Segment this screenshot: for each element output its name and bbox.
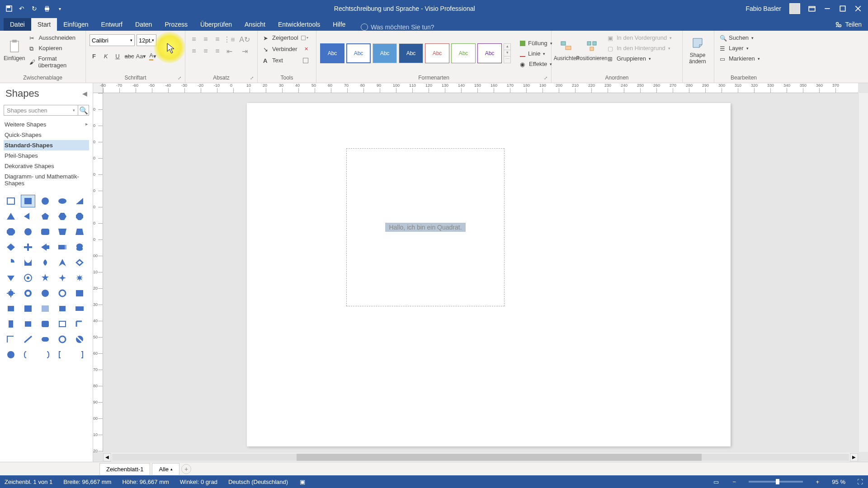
shape-palette-item[interactable] <box>4 195 18 207</box>
shape-palette-item[interactable] <box>21 333 35 346</box>
shape-palette-item[interactable] <box>72 210 87 223</box>
style-item-5[interactable]: Abc <box>451 43 476 63</box>
align-bottom-button[interactable]: ≡ <box>212 34 222 44</box>
shape-palette-item[interactable] <box>38 225 52 238</box>
shape-cat-more[interactable]: Weitere Shapes <box>4 119 89 130</box>
scroll-right-icon[interactable]: ▶ <box>850 453 858 461</box>
align-top-button[interactable]: ≡ <box>189 34 199 44</box>
gallery-up-icon[interactable]: ▴ <box>504 44 510 50</box>
shape-palette-item[interactable] <box>55 333 70 346</box>
shape-palette-item[interactable] <box>55 302 70 315</box>
underline-button[interactable]: U <box>113 52 122 61</box>
align-middle-button[interactable]: ≡ <box>201 34 211 44</box>
macro-record-icon[interactable]: ▣ <box>299 478 306 485</box>
tab-insert[interactable]: Einfügen <box>57 18 94 31</box>
shape-palette-item[interactable] <box>4 302 18 315</box>
shape-palette-item[interactable] <box>21 272 35 284</box>
shape-cat-quick[interactable]: Quick-Shapes <box>4 130 89 140</box>
shape-palette-item[interactable] <box>38 348 52 361</box>
font-name-select[interactable]: Calibri▾ <box>90 34 135 46</box>
shape-palette-item[interactable] <box>38 302 52 315</box>
ribbon-mode-icon[interactable] <box>808 5 816 12</box>
shape-palette-item[interactable] <box>21 195 35 207</box>
shape-cat-diagram[interactable]: Diagramm- und Mathematik-Shapes <box>4 171 89 188</box>
shape-palette-item[interactable] <box>21 318 35 330</box>
shape-palette-item[interactable] <box>55 318 70 330</box>
shape-text[interactable]: Hallo, ich bin ein Quadrat. <box>385 223 465 232</box>
canvas-square-shape[interactable]: Hallo, ich bin ein Quadrat. <box>346 148 505 306</box>
shape-palette-item[interactable] <box>21 256 35 269</box>
minimize-icon[interactable] <box>824 5 831 12</box>
format-painter-button[interactable]: 🖌Format übertragen <box>28 54 82 70</box>
shape-palette-item[interactable] <box>38 210 52 223</box>
close-icon[interactable] <box>854 5 862 12</box>
user-name[interactable]: Fabio Basler <box>745 5 781 12</box>
indent-decrease-button[interactable]: ⇤ <box>224 46 234 56</box>
shape-palette-item[interactable] <box>21 241 35 253</box>
horizontal-scrollbar[interactable]: ◀ ▶ <box>103 453 858 462</box>
connector-tool-button[interactable]: ↘Verbinder✕ <box>261 45 310 53</box>
save-icon[interactable] <box>5 5 13 12</box>
style-item-2[interactable]: Abc <box>373 43 397 63</box>
drawing-page[interactable]: Hallo, ich bin ein Quadrat. <box>247 103 731 446</box>
shapes-search-button[interactable]: 🔍 <box>78 105 89 116</box>
zoom-level[interactable]: 95 % <box>832 479 845 485</box>
case-button[interactable]: Aa▾ <box>137 52 146 61</box>
ruler-horizontal[interactable]: -80-70-60-50-40-30-20-100102030405060708… <box>103 83 858 93</box>
shape-palette-item[interactable] <box>38 256 52 269</box>
shape-palette-item[interactable] <box>72 225 87 238</box>
paste-button[interactable]: Einfügen <box>4 33 25 68</box>
shape-palette-item[interactable] <box>4 333 18 346</box>
tab-view[interactable]: Ansicht <box>238 18 272 31</box>
shape-palette-item[interactable] <box>72 333 87 346</box>
shape-palette-item[interactable] <box>72 318 87 330</box>
indent-increase-button[interactable]: ⇥ <box>240 46 250 56</box>
shape-palette-item[interactable] <box>72 241 87 253</box>
shape-palette-item[interactable] <box>55 195 70 207</box>
shrink-font-button[interactable]: A▾ <box>169 36 178 45</box>
shape-palette-item[interactable] <box>21 210 35 223</box>
zoom-out-icon[interactable]: − <box>731 478 738 485</box>
tab-data[interactable]: Daten <box>129 18 158 31</box>
align-button[interactable]: Ausrichten <box>555 33 578 68</box>
font-color-button[interactable]: A▾ <box>148 52 157 61</box>
zoom-in-icon[interactable]: + <box>814 478 821 485</box>
status-language[interactable]: Deutsch (Deutschland) <box>228 479 288 485</box>
style-item-0[interactable]: Abc <box>320 43 344 63</box>
italic-button[interactable]: K <box>101 52 110 61</box>
qat-more-icon[interactable]: ▾ <box>56 5 63 12</box>
shape-palette-item[interactable] <box>38 272 52 284</box>
undo-icon[interactable]: ↶ <box>18 5 25 12</box>
shape-cat-decorative[interactable]: Dekorative Shapes <box>4 161 89 171</box>
position-button[interactable]: Positionieren <box>580 33 603 68</box>
text-tool-button[interactable]: AText <box>261 56 310 65</box>
shape-palette-item[interactable] <box>72 195 87 207</box>
bold-button[interactable]: F <box>90 52 99 61</box>
change-shape-button[interactable]: Shape ändern <box>686 33 709 68</box>
add-page-button[interactable]: + <box>181 464 191 474</box>
font-size-select[interactable]: 12pt.▾ <box>137 34 156 46</box>
shape-palette-item[interactable] <box>4 241 18 253</box>
layer-button[interactable]: ☰Layer▾ <box>718 44 762 52</box>
shape-palette-item[interactable] <box>72 348 87 361</box>
vertical-scrollbar[interactable] <box>859 93 868 452</box>
share-button[interactable]: Teilen <box>829 18 868 31</box>
pointer-tool-button[interactable]: ➤Zeigertool ▾ <box>261 33 310 42</box>
shape-cat-arrow[interactable]: Pfeil-Shapes <box>4 150 89 161</box>
shape-palette-item[interactable] <box>55 348 70 361</box>
shape-palette-item[interactable] <box>38 318 52 330</box>
zoom-slider[interactable] <box>749 481 803 483</box>
ruler-vertical[interactable]: 0102030405060708090100110120130140150160… <box>93 93 103 452</box>
collapse-shapes-icon[interactable]: ◀ <box>82 90 87 97</box>
presentation-mode-icon[interactable]: ▭ <box>712 478 720 485</box>
shape-palette-item[interactable] <box>38 333 52 346</box>
fit-window-icon[interactable]: ⛶ <box>856 478 863 485</box>
shape-palette-item[interactable] <box>4 225 18 238</box>
shape-palette-item[interactable] <box>38 241 52 253</box>
align-center-button[interactable]: ≡ <box>201 46 211 56</box>
cut-button[interactable]: ✂Ausschneiden <box>28 33 82 42</box>
shape-palette-item[interactable] <box>55 225 70 238</box>
shape-palette-item[interactable] <box>55 241 70 253</box>
shape-palette-item[interactable] <box>55 287 70 300</box>
shape-palette-item[interactable] <box>4 287 18 300</box>
